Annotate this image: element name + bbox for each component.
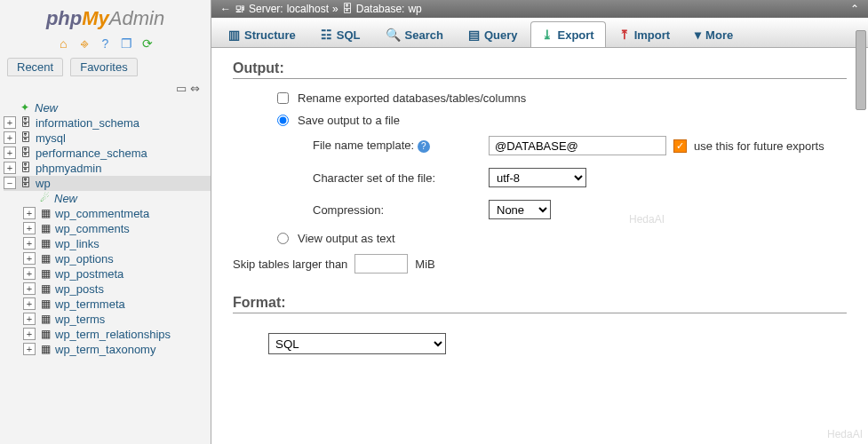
logo-my: My xyxy=(82,7,109,29)
skip-tables-unit: MiB xyxy=(415,258,434,271)
help-icon[interactable]: ? xyxy=(418,140,430,153)
tree-db-item[interactable]: 🗄information_schema xyxy=(4,115,211,131)
db-icon: 🗄 xyxy=(19,131,33,144)
tab-bar: ▥Structure ☷SQL 🔍Search ▤Query ⤓Export ⤒… xyxy=(211,18,868,48)
tree-table-item[interactable]: ▦wp_term_relationships xyxy=(20,327,211,342)
logo-admin: Admin xyxy=(109,7,164,29)
breadcrumb-db[interactable]: wp xyxy=(408,3,421,15)
expand-icon[interactable] xyxy=(4,131,16,144)
table-icon: ▦ xyxy=(38,297,52,310)
new-icon: ☄ xyxy=(37,192,52,204)
main-panel: ← 🖳 Server: localhost » 🗄 Database: wp ⌃… xyxy=(211,0,868,444)
tab-export[interactable]: ⤓Export xyxy=(530,21,605,47)
breadcrumb-server[interactable]: localhost xyxy=(287,3,329,15)
tree-table-item[interactable]: ▦wp_posts xyxy=(20,281,211,297)
scrollbar-thumb[interactable] xyxy=(856,30,866,110)
use-future-checkbox[interactable]: ✓ xyxy=(673,139,687,153)
rename-option[interactable]: Rename exported databases/tables/columns xyxy=(277,91,847,105)
expand-icon[interactable] xyxy=(23,252,36,265)
tree-collapse-controls[interactable]: ▭ ⇔ xyxy=(0,80,211,97)
table-icon: ▦ xyxy=(38,313,52,325)
collapse-up-icon[interactable]: ⌃ xyxy=(850,3,859,15)
favorites-tab[interactable]: Favorites xyxy=(70,58,137,76)
docs-icon[interactable]: ❐ xyxy=(119,36,133,51)
breadcrumb-server-label: Server: xyxy=(249,3,283,15)
tree-new-table[interactable]: ☄New xyxy=(20,191,211,206)
logo[interactable]: phpMyAdmin xyxy=(0,0,211,32)
nav-back-icon[interactable]: ← xyxy=(220,3,231,15)
tree-table-item[interactable]: ▦wp_links xyxy=(20,236,211,251)
server-icon: 🖳 xyxy=(235,3,245,15)
tree-db-item[interactable]: 🗄mysql xyxy=(4,131,211,146)
rename-label: Rename exported databases/tables/columns xyxy=(298,91,526,105)
help-icon[interactable]: ? xyxy=(99,36,113,51)
expand-icon[interactable] xyxy=(23,297,36,310)
tree-table-item[interactable]: ▦wp_postmeta xyxy=(20,266,211,281)
db-icon: 🗄 xyxy=(19,177,33,189)
save-file-option[interactable]: Save output to a file xyxy=(277,114,847,127)
compression-label: Compression: xyxy=(313,203,482,217)
tree-new-db[interactable]: ✦New xyxy=(4,100,211,115)
expand-icon[interactable] xyxy=(4,162,16,174)
database-icon: 🗄 xyxy=(342,3,353,15)
tree-db-item[interactable]: 🗄phpmyadmin xyxy=(4,161,211,176)
tree-table-item[interactable]: ▦wp_term_taxonomy xyxy=(20,342,211,357)
expand-icon[interactable] xyxy=(23,237,36,250)
view-text-option[interactable]: View output as text xyxy=(277,232,847,245)
home-icon[interactable]: ⌂ xyxy=(56,36,70,51)
save-file-label: Save output to a file xyxy=(298,114,400,127)
sql-icon: ☷ xyxy=(321,28,332,42)
breadcrumb-db-label: Database: xyxy=(356,3,405,15)
logout-icon[interactable]: ⎆ xyxy=(77,36,92,51)
table-icon: ▦ xyxy=(38,252,52,265)
table-icon: ▦ xyxy=(38,328,52,340)
tab-structure[interactable]: ▥Structure xyxy=(217,21,307,47)
tree-table-item[interactable]: ▦wp_comments xyxy=(20,221,211,236)
query-icon: ▤ xyxy=(468,28,480,42)
expand-icon[interactable] xyxy=(23,222,36,234)
rename-checkbox[interactable] xyxy=(277,92,289,104)
filename-template-input[interactable] xyxy=(489,136,666,155)
use-future-label: use this for future exports xyxy=(694,139,824,153)
recent-tab[interactable]: Recent xyxy=(7,58,63,76)
expand-icon[interactable] xyxy=(23,328,36,340)
tree-table-item[interactable]: ▦wp_termmeta xyxy=(20,297,211,312)
tree-table-item[interactable]: ▦wp_commentmeta xyxy=(20,206,211,221)
format-select[interactable]: SQL xyxy=(268,333,446,354)
table-icon: ▦ xyxy=(38,237,52,250)
expand-icon[interactable] xyxy=(23,267,36,280)
view-text-radio[interactable] xyxy=(277,233,289,244)
expand-icon[interactable] xyxy=(23,207,36,219)
tab-sql[interactable]: ☷SQL xyxy=(309,21,372,47)
tree-db-item[interactable]: 🗄performance_schema xyxy=(4,146,211,161)
compression-select[interactable]: None xyxy=(489,200,551,219)
tab-import[interactable]: ⤒Import xyxy=(608,21,681,47)
skip-tables-label: Skip tables larger than xyxy=(233,258,347,271)
logo-php: php xyxy=(46,7,82,29)
tree-db-wp[interactable]: 🗄wp xyxy=(4,176,211,191)
filename-template-label: File name template: xyxy=(313,139,414,152)
collapse-icon[interactable] xyxy=(4,177,16,189)
expand-icon[interactable] xyxy=(23,313,36,325)
tree-table-item[interactable]: ▦wp_terms xyxy=(20,312,211,327)
expand-icon[interactable] xyxy=(4,116,16,129)
skip-tables-input[interactable] xyxy=(354,254,408,274)
output-heading: Output: xyxy=(233,60,847,79)
new-icon: ✦ xyxy=(18,101,32,114)
view-text-label: View output as text xyxy=(298,232,395,245)
table-icon: ▦ xyxy=(38,207,52,219)
charset-select[interactable]: utf-8 xyxy=(489,168,586,187)
reload-icon[interactable]: ⟳ xyxy=(140,36,155,51)
expand-icon[interactable] xyxy=(23,343,36,355)
sidebar-toolbar: ⌂ ⎆ ? ❐ ⟳ xyxy=(0,32,211,54)
tab-search[interactable]: 🔍Search xyxy=(374,21,455,47)
scrollbar[interactable] xyxy=(856,21,866,442)
export-content: Output: Rename exported databases/tables… xyxy=(211,48,868,444)
tab-query[interactable]: ▤Query xyxy=(457,21,530,47)
table-icon: ▦ xyxy=(38,282,52,295)
tab-more[interactable]: ▾More xyxy=(683,21,745,47)
expand-icon[interactable] xyxy=(23,282,36,295)
save-file-radio[interactable] xyxy=(277,115,289,126)
tree-table-item[interactable]: ▦wp_options xyxy=(20,251,211,266)
expand-icon[interactable] xyxy=(4,147,16,159)
